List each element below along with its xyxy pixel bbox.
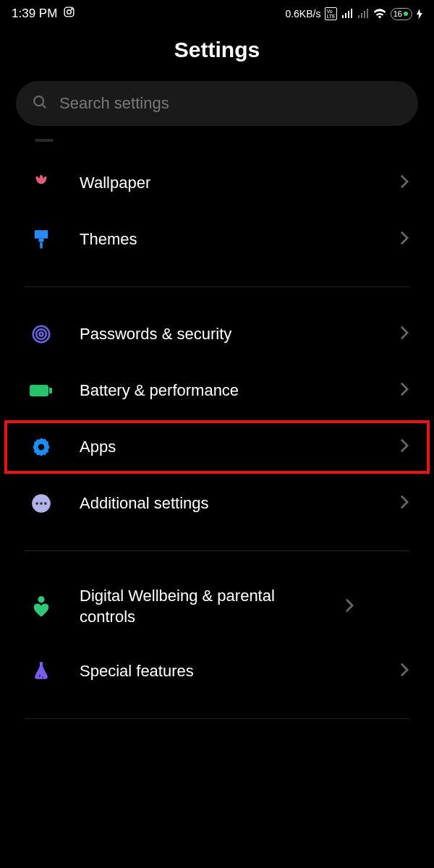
tulip-icon: [29, 171, 54, 195]
svg-point-15: [35, 502, 38, 505]
settings-item-wallpaper[interactable]: Wallpaper: [0, 155, 434, 211]
item-label: Apps: [80, 437, 373, 458]
svg-rect-12: [49, 388, 52, 393]
signal-icon: [341, 9, 353, 19]
chevron-right-icon: [399, 381, 409, 400]
heart-person-icon: [29, 595, 54, 619]
item-label: Passwords & security: [80, 324, 373, 345]
flask-icon: [29, 659, 54, 684]
chevron-right-icon: [399, 174, 409, 192]
svg-rect-6: [39, 239, 44, 242]
search-input[interactable]: Search settings: [16, 81, 418, 126]
search-placeholder: Search settings: [59, 94, 169, 113]
settings-item-wellbeing[interactable]: Digital Wellbeing & parental controls: [0, 570, 434, 643]
item-label: Wallpaper: [80, 173, 373, 194]
signal-2-icon: [357, 9, 369, 19]
settings-item-security[interactable]: Passwords & security: [0, 306, 434, 362]
settings-item-additional[interactable]: Additional settings: [0, 475, 434, 532]
settings-item-themes[interactable]: Themes: [0, 211, 434, 268]
fingerprint-icon: [29, 322, 54, 346]
chevron-right-icon: [399, 662, 409, 681]
svg-point-9: [36, 329, 46, 339]
chevron-right-icon: [344, 597, 354, 616]
svg-point-10: [40, 333, 43, 336]
item-label: Battery & performance: [80, 380, 373, 401]
battery-icon: 16: [391, 8, 412, 20]
chevron-right-icon: [399, 325, 409, 344]
item-label: Special features: [80, 661, 373, 682]
svg-point-18: [38, 596, 44, 603]
chevron-right-icon: [399, 438, 409, 456]
battery-icon: [29, 378, 54, 403]
instagram-icon: [63, 6, 75, 22]
brush-icon: [29, 227, 54, 252]
svg-rect-7: [40, 242, 42, 248]
svg-line-4: [43, 105, 46, 109]
chevron-right-icon: [399, 494, 409, 513]
svg-rect-11: [30, 385, 48, 396]
status-time: 1:39 PM: [12, 7, 57, 21]
svg-point-16: [40, 502, 43, 505]
chevron-right-icon: [399, 230, 409, 249]
svg-point-19: [38, 675, 41, 677]
status-data-rate: 0.6KB/s: [285, 8, 320, 20]
more-icon: [29, 491, 54, 516]
settings-item-apps[interactable]: Apps: [3, 419, 431, 475]
item-label: Digital Wellbeing & parental controls: [80, 586, 318, 627]
item-label: Themes: [80, 229, 373, 250]
partial-row: [35, 139, 54, 142]
svg-point-20: [42, 677, 43, 678]
divider: [25, 718, 409, 719]
page-title: Settings: [0, 38, 434, 62]
volte-icon: VoLTE: [325, 7, 336, 20]
wifi-icon: [373, 9, 386, 19]
svg-point-1: [67, 10, 72, 14]
settings-item-special[interactable]: Special features: [0, 643, 434, 699]
charging-icon: [417, 9, 422, 20]
svg-point-13: [38, 444, 45, 451]
status-bar: 1:39 PM 0.6KB/s VoLTE 16: [0, 0, 434, 25]
svg-point-17: [44, 502, 47, 505]
svg-point-3: [34, 96, 43, 106]
svg-rect-5: [35, 230, 48, 239]
item-label: Additional settings: [80, 493, 373, 514]
gear-icon: [29, 435, 54, 459]
search-icon: [32, 94, 48, 113]
settings-item-battery[interactable]: Battery & performance: [0, 362, 434, 419]
svg-point-2: [72, 9, 72, 9]
